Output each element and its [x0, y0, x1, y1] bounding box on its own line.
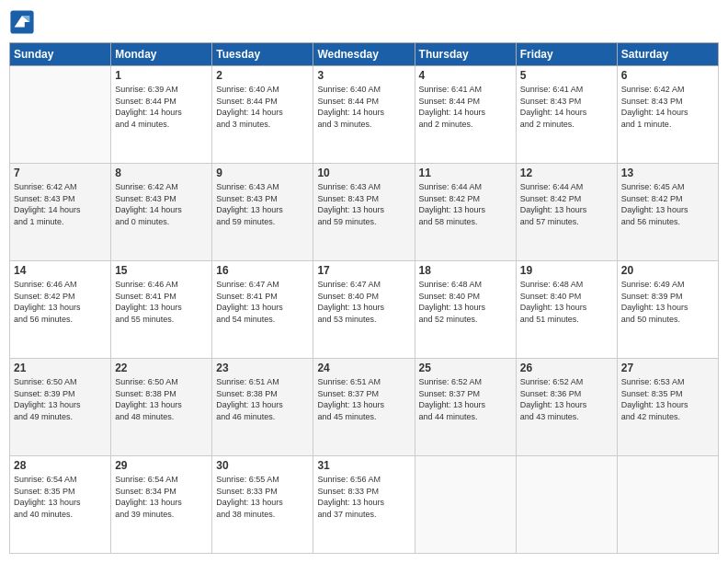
day-number: 2 — [216, 69, 309, 82]
week-row-4: 21Sunrise: 6:50 AMSunset: 8:39 PMDayligh… — [10, 359, 719, 456]
calendar-cell: 11Sunrise: 6:44 AMSunset: 8:42 PMDayligh… — [415, 164, 516, 261]
day-number: 11 — [419, 167, 512, 179]
calendar-cell: 13Sunrise: 6:45 AMSunset: 8:42 PMDayligh… — [617, 164, 718, 261]
day-info: Sunrise: 6:50 AMSunset: 8:39 PMDaylight:… — [14, 376, 107, 422]
day-number: 20 — [621, 264, 714, 277]
calendar-cell: 10Sunrise: 6:43 AMSunset: 8:43 PMDayligh… — [313, 164, 415, 261]
header — [9, 9, 719, 35]
day-info: Sunrise: 6:44 AMSunset: 8:42 PMDaylight:… — [419, 181, 512, 227]
day-number: 18 — [419, 264, 512, 277]
day-info: Sunrise: 6:40 AMSunset: 8:44 PMDaylight:… — [317, 84, 410, 130]
day-number: 24 — [317, 362, 410, 374]
calendar-cell: 14Sunrise: 6:46 AMSunset: 8:42 PMDayligh… — [10, 261, 111, 359]
week-row-2: 7Sunrise: 6:42 AMSunset: 8:43 PMDaylight… — [10, 164, 719, 261]
page: SundayMondayTuesdayWednesdayThursdayFrid… — [0, 0, 728, 563]
day-number: 10 — [317, 167, 410, 179]
weekday-saturday: Saturday — [617, 43, 718, 66]
calendar-cell: 27Sunrise: 6:53 AMSunset: 8:35 PMDayligh… — [617, 359, 718, 456]
calendar-cell: 18Sunrise: 6:48 AMSunset: 8:40 PMDayligh… — [415, 261, 516, 359]
calendar-cell: 1Sunrise: 6:39 AMSunset: 8:44 PMDaylight… — [111, 66, 212, 164]
day-info: Sunrise: 6:46 AMSunset: 8:42 PMDaylight:… — [14, 279, 107, 325]
calendar-cell: 21Sunrise: 6:50 AMSunset: 8:39 PMDayligh… — [10, 359, 111, 456]
day-info: Sunrise: 6:42 AMSunset: 8:43 PMDaylight:… — [14, 181, 107, 227]
day-info: Sunrise: 6:51 AMSunset: 8:38 PMDaylight:… — [216, 376, 309, 422]
calendar-cell: 19Sunrise: 6:48 AMSunset: 8:40 PMDayligh… — [516, 261, 617, 359]
calendar-cell: 30Sunrise: 6:55 AMSunset: 8:33 PMDayligh… — [212, 456, 313, 554]
calendar-cell — [10, 66, 111, 164]
day-number: 13 — [621, 167, 714, 179]
week-row-3: 14Sunrise: 6:46 AMSunset: 8:42 PMDayligh… — [10, 261, 719, 359]
day-number: 1 — [115, 69, 208, 82]
calendar-cell: 4Sunrise: 6:41 AMSunset: 8:44 PMDaylight… — [415, 66, 516, 164]
day-info: Sunrise: 6:41 AMSunset: 8:44 PMDaylight:… — [419, 84, 512, 130]
calendar-cell: 20Sunrise: 6:49 AMSunset: 8:39 PMDayligh… — [617, 261, 718, 359]
calendar-cell: 9Sunrise: 6:43 AMSunset: 8:43 PMDaylight… — [212, 164, 313, 261]
calendar-cell: 7Sunrise: 6:42 AMSunset: 8:43 PMDaylight… — [10, 164, 111, 261]
calendar-cell: 3Sunrise: 6:40 AMSunset: 8:44 PMDaylight… — [313, 66, 415, 164]
day-number: 7 — [14, 167, 107, 179]
day-info: Sunrise: 6:46 AMSunset: 8:41 PMDaylight:… — [115, 279, 208, 325]
day-info: Sunrise: 6:42 AMSunset: 8:43 PMDaylight:… — [621, 84, 714, 130]
day-number: 30 — [216, 459, 309, 472]
weekday-monday: Monday — [111, 43, 212, 66]
day-number: 28 — [14, 459, 107, 472]
calendar-cell: 28Sunrise: 6:54 AMSunset: 8:35 PMDayligh… — [10, 456, 111, 554]
calendar-cell: 26Sunrise: 6:52 AMSunset: 8:36 PMDayligh… — [516, 359, 617, 456]
day-info: Sunrise: 6:43 AMSunset: 8:43 PMDaylight:… — [317, 181, 410, 227]
day-number: 22 — [115, 362, 208, 374]
calendar-cell: 22Sunrise: 6:50 AMSunset: 8:38 PMDayligh… — [111, 359, 212, 456]
weekday-friday: Friday — [516, 43, 617, 66]
day-info: Sunrise: 6:48 AMSunset: 8:40 PMDaylight:… — [520, 279, 613, 325]
calendar-cell: 5Sunrise: 6:41 AMSunset: 8:43 PMDaylight… — [516, 66, 617, 164]
calendar-cell: 24Sunrise: 6:51 AMSunset: 8:37 PMDayligh… — [313, 359, 415, 456]
day-info: Sunrise: 6:45 AMSunset: 8:42 PMDaylight:… — [621, 181, 714, 227]
day-info: Sunrise: 6:52 AMSunset: 8:37 PMDaylight:… — [419, 376, 512, 422]
calendar-cell: 29Sunrise: 6:54 AMSunset: 8:34 PMDayligh… — [111, 456, 212, 554]
calendar-cell: 12Sunrise: 6:44 AMSunset: 8:42 PMDayligh… — [516, 164, 617, 261]
week-row-1: 1Sunrise: 6:39 AMSunset: 8:44 PMDaylight… — [10, 66, 719, 164]
day-info: Sunrise: 6:43 AMSunset: 8:43 PMDaylight:… — [216, 181, 309, 227]
day-number: 15 — [115, 264, 208, 277]
day-number: 8 — [115, 167, 208, 179]
day-number: 27 — [621, 362, 714, 374]
day-info: Sunrise: 6:47 AMSunset: 8:41 PMDaylight:… — [216, 279, 309, 325]
calendar-cell: 23Sunrise: 6:51 AMSunset: 8:38 PMDayligh… — [212, 359, 313, 456]
day-info: Sunrise: 6:56 AMSunset: 8:33 PMDaylight:… — [317, 474, 410, 520]
weekday-tuesday: Tuesday — [212, 43, 313, 66]
calendar-cell: 15Sunrise: 6:46 AMSunset: 8:41 PMDayligh… — [111, 261, 212, 359]
logo-icon — [9, 9, 35, 35]
day-info: Sunrise: 6:48 AMSunset: 8:40 PMDaylight:… — [419, 279, 512, 325]
day-info: Sunrise: 6:52 AMSunset: 8:36 PMDaylight:… — [520, 376, 613, 422]
calendar-cell — [617, 456, 718, 554]
day-number: 14 — [14, 264, 107, 277]
day-number: 12 — [520, 167, 613, 179]
day-number: 4 — [419, 69, 512, 82]
weekday-wednesday: Wednesday — [313, 43, 415, 66]
calendar-table: SundayMondayTuesdayWednesdayThursdayFrid… — [9, 42, 719, 554]
calendar-cell — [516, 456, 617, 554]
day-number: 19 — [520, 264, 613, 277]
logo — [9, 9, 37, 35]
day-info: Sunrise: 6:44 AMSunset: 8:42 PMDaylight:… — [520, 181, 613, 227]
weekday-thursday: Thursday — [415, 43, 516, 66]
day-info: Sunrise: 6:47 AMSunset: 8:40 PMDaylight:… — [317, 279, 410, 325]
calendar-cell: 16Sunrise: 6:47 AMSunset: 8:41 PMDayligh… — [212, 261, 313, 359]
day-number: 23 — [216, 362, 309, 374]
day-info: Sunrise: 6:54 AMSunset: 8:34 PMDaylight:… — [115, 474, 208, 520]
day-number: 25 — [419, 362, 512, 374]
day-number: 29 — [115, 459, 208, 472]
calendar-cell: 8Sunrise: 6:42 AMSunset: 8:43 PMDaylight… — [111, 164, 212, 261]
calendar-cell: 25Sunrise: 6:52 AMSunset: 8:37 PMDayligh… — [415, 359, 516, 456]
day-number: 3 — [317, 69, 410, 82]
day-number: 16 — [216, 264, 309, 277]
calendar-cell: 2Sunrise: 6:40 AMSunset: 8:44 PMDaylight… — [212, 66, 313, 164]
calendar-cell: 17Sunrise: 6:47 AMSunset: 8:40 PMDayligh… — [313, 261, 415, 359]
day-info: Sunrise: 6:41 AMSunset: 8:43 PMDaylight:… — [520, 84, 613, 130]
day-info: Sunrise: 6:49 AMSunset: 8:39 PMDaylight:… — [621, 279, 714, 325]
day-number: 5 — [520, 69, 613, 82]
day-info: Sunrise: 6:42 AMSunset: 8:43 PMDaylight:… — [115, 181, 208, 227]
day-info: Sunrise: 6:40 AMSunset: 8:44 PMDaylight:… — [216, 84, 309, 130]
day-number: 26 — [520, 362, 613, 374]
week-row-5: 28Sunrise: 6:54 AMSunset: 8:35 PMDayligh… — [10, 456, 719, 554]
day-number: 31 — [317, 459, 410, 472]
